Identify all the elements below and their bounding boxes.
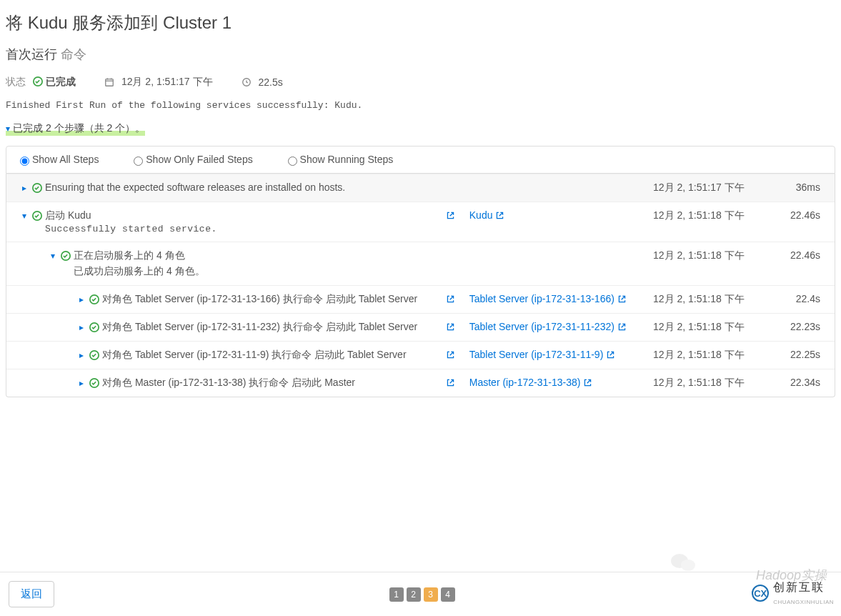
wechat-icon [670,548,698,577]
chevron-down-icon: ▾ [6,124,10,134]
step-row: ▸对角色 Tablet Server (ip-172-31-11-232) 执行… [6,313,835,341]
step-link[interactable]: Tablet Server (ip-172-31-13-166) [469,293,627,304]
step-link[interactable]: Tablet Server (ip-172-31-11-9) [469,349,615,360]
step-dur: 22.46s [767,209,825,221]
check-icon [89,349,102,361]
step-dur: 22.23s [767,321,825,332]
filter-all-radio[interactable] [20,157,29,166]
check-icon [32,182,45,194]
check-icon [89,322,102,333]
step-time: 12月 2, 1:51:18 下午 [653,293,767,306]
page-2[interactable]: 2 [407,587,421,602]
check-icon [89,377,102,389]
filter-running-radio[interactable] [288,157,297,166]
status-line: 状态 已完成 12月 2, 1:51:17 下午 22.5s [6,76,835,89]
step-time: 12月 2, 1:51:18 下午 [653,321,767,334]
chevron-right-icon[interactable]: ▸ [79,350,89,360]
page-title: 将 Kudu 服务添加到 Cluster 1 [6,11,835,34]
step-time: 12月 2, 1:51:18 下午 [653,209,767,222]
footer-bar: 返回 1234 [0,572,841,616]
chevron-down-icon[interactable]: ▾ [51,251,61,261]
subtitle-main: 首次运行 [6,47,57,61]
step-link[interactable]: Master (ip-172-31-13-38) [469,377,593,388]
step-time: 12月 2, 1:51:18 下午 [653,377,767,389]
step-desc: 对角色 Tablet Server (ip-172-31-11-9) 执行命令 … [102,349,446,362]
steps-summary-toggle[interactable]: ▾已完成 2 个步骤（共 2 个）。 [6,122,145,136]
step-desc: Ensuring that the expected software rele… [45,182,446,193]
step-desc: 对角色 Tablet Server (ip-172-31-13-166) 执行命… [102,293,446,306]
step-row: ▾启动 KuduSuccessfully started service. Ku… [6,202,835,242]
page-subtitle: 首次运行 命令 [6,46,835,63]
chevron-down-icon[interactable]: ▾ [22,211,32,221]
filter-failed-radio[interactable] [134,157,143,166]
step-row: ▾正在启动服务上的 4 角色已成功启动服务上的 4 角色。12月 2, 1:51… [6,242,835,285]
step-desc: 启动 Kudu [45,209,446,222]
clock-icon [242,76,252,88]
external-link-icon[interactable] [446,293,455,304]
chevron-right-icon[interactable]: ▸ [79,378,89,388]
check-icon [61,250,74,262]
external-link-icon[interactable] [446,377,455,388]
status-label: 状态 [6,76,26,89]
step-desc: 对角色 Master (ip-172-31-13-38) 执行命令 启动此 Ma… [102,377,446,389]
status-value: 已完成 [33,76,76,89]
finish-message: Finished First Run of the following serv… [6,100,835,111]
svg-rect-1 [106,79,114,86]
step-time: 12月 2, 1:51:18 下午 [653,249,767,262]
back-button[interactable]: 返回 [9,581,54,607]
external-link-icon[interactable] [446,349,455,360]
status-timestamp: 12月 2, 1:51:17 下午 [121,76,213,89]
chevron-right-icon[interactable]: ▸ [79,294,89,304]
step-time: 12月 2, 1:51:18 下午 [653,349,767,362]
step-link[interactable]: Kudu [469,209,505,221]
external-link-icon[interactable] [446,321,455,332]
step-time: 12月 2, 1:51:17 下午 [653,182,767,194]
step-desc: 对角色 Tablet Server (ip-172-31-11-232) 执行命… [102,321,446,334]
step-dur: 22.34s [767,377,825,388]
step-desc: 正在启动服务上的 4 角色 [74,249,446,262]
step-dur: 36ms [767,182,825,193]
step-dur: 22.4s [767,293,825,304]
status-duration: 22.5s [259,76,283,88]
filter-bar: Show All Steps Show Only Failed Steps Sh… [6,146,835,174]
check-icon [32,210,45,222]
page-1[interactable]: 1 [389,587,404,602]
step-mono: Successfully started service. [45,224,217,234]
calendar-icon [104,76,114,88]
step-row: ▸对角色 Tablet Server (ip-172-31-11-9) 执行命令… [6,341,835,369]
step-dur: 22.46s [767,249,825,261]
page-3[interactable]: 3 [424,587,438,602]
step-dur: 22.25s [767,349,825,360]
svg-point-14 [681,560,695,571]
step-link[interactable]: Tablet Server (ip-172-31-11-232) [469,321,627,332]
check-icon [89,294,102,305]
step-table: ▸Ensuring that the expected software rel… [6,174,835,397]
chevron-right-icon[interactable]: ▸ [22,183,32,193]
filter-all[interactable]: Show All Steps [16,154,99,165]
check-icon [33,76,43,86]
pager: 1234 [389,587,455,602]
page-4[interactable]: 4 [441,587,455,602]
external-link-icon[interactable] [446,209,455,221]
chevron-right-icon[interactable]: ▸ [79,322,89,332]
filter-running[interactable]: Show Running Steps [284,154,394,165]
step-sub: 已成功启动服务上的 4 角色。 [74,265,446,278]
subtitle-grey: 命令 [61,47,86,61]
step-row: ▸对角色 Master (ip-172-31-13-38) 执行命令 启动此 M… [6,369,835,397]
filter-failed[interactable]: Show Only Failed Steps [130,154,252,165]
step-row: ▸对角色 Tablet Server (ip-172-31-13-166) 执行… [6,285,835,313]
step-row: ▸Ensuring that the expected software rel… [6,174,835,202]
